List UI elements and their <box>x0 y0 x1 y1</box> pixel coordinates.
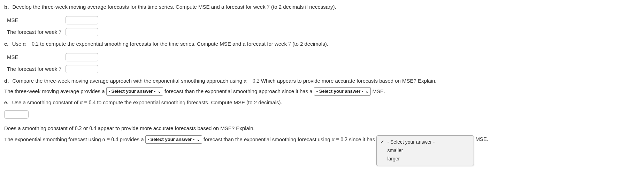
part-c-label: c. <box>4 41 9 47</box>
c-txt3: (to 2 decimals). <box>291 41 328 47</box>
part-b-week: 7 <box>267 4 270 10</box>
b-forecast-week: 7 <box>59 29 61 35</box>
b-forecast-input[interactable] <box>66 28 98 36</box>
part-b-prompt-pre: Develop the three-week moving average fo… <box>13 4 267 10</box>
e-txt2: to compute the exponential smoothing for… <box>95 99 282 105</box>
d-select-2-value: - Select your answer - <box>316 88 363 95</box>
e-ans-t1: The exponential smoothing forecast using <box>4 136 102 142</box>
d-ans-t2: forecast than the exponential smoothing … <box>164 88 312 94</box>
d-select-2[interactable]: - Select your answer - ⌄ <box>314 87 371 96</box>
d-select-1[interactable]: - Select your answer - ⌄ <box>106 87 163 96</box>
e-alpha: α = 0.4 <box>80 99 95 105</box>
c-mse-label: MSE <box>7 54 18 60</box>
chevron-down-icon: ⌄ <box>197 136 200 143</box>
e-select-2-open[interactable]: - Select your answer - smaller larger <box>376 135 474 166</box>
e-mse-input[interactable] <box>4 110 29 119</box>
d-txt2: Which appears to provide more accurate f… <box>260 78 437 84</box>
e-ans-t5: MSE. <box>475 135 488 143</box>
c-mse-input[interactable] <box>66 53 98 61</box>
part-b-prompt-post: (to 2 decimals if necessary). <box>270 4 336 10</box>
c-forecast-week: 7 <box>59 66 61 72</box>
c-forecast-label-pre: The forecast for week <box>7 66 59 72</box>
e-q2-t3: appear to provide more accurate forecast… <box>96 125 254 131</box>
c-txt1: Use <box>12 41 23 47</box>
part-e-label: e. <box>4 99 9 105</box>
e-ans-alpha2: α = 0.2 <box>332 136 347 142</box>
e-q2-t2: or <box>82 125 90 131</box>
e-ans-t2: provides a <box>118 136 144 142</box>
b-forecast-label-pre: The forecast for week <box>7 29 59 35</box>
b-mse-input[interactable] <box>66 16 98 24</box>
e-ans-alpha1: α = 0.4 <box>102 136 118 142</box>
part-d-label: d. <box>4 78 9 84</box>
b-mse-label: MSE <box>7 17 18 23</box>
chevron-down-icon: ⌄ <box>365 88 369 95</box>
d-alpha: α = 0.2 <box>244 78 259 84</box>
d-txt1: Compare the three-week moving average ap… <box>13 78 244 84</box>
dropdown-option-smaller[interactable]: smaller <box>380 146 471 154</box>
c-forecast-input[interactable] <box>66 65 98 73</box>
e-q2-t1: Does a smoothing constant of <box>4 125 75 131</box>
dropdown-option-placeholder[interactable]: - Select your answer - <box>380 138 471 146</box>
d-ans-t1: The three-week moving average provides a <box>4 88 105 94</box>
e-ans-t4: since it has <box>347 136 375 142</box>
e-select-1[interactable]: - Select your answer - ⌄ <box>145 135 202 144</box>
d-select-1-value: - Select your answer - <box>109 88 155 95</box>
dropdown-option-larger[interactable]: larger <box>380 154 471 163</box>
part-b-label: b. <box>4 4 9 10</box>
e-ans-t3: forecast than the exponential smoothing … <box>204 136 332 142</box>
c-week: 7 <box>288 41 291 47</box>
e-q2-v1: 0.2 <box>75 125 82 131</box>
e-select-1-value: - Select your answer - <box>148 136 194 143</box>
e-txt1: Use a smoothing constant of <box>12 99 80 105</box>
e-q2-v2: 0.4 <box>89 125 96 131</box>
d-ans-t3: MSE. <box>372 88 385 94</box>
chevron-down-icon: ⌄ <box>158 88 161 95</box>
c-txt2: to compute the exponential smoothing for… <box>39 41 288 47</box>
c-alpha: α = 0.2 <box>23 41 39 47</box>
